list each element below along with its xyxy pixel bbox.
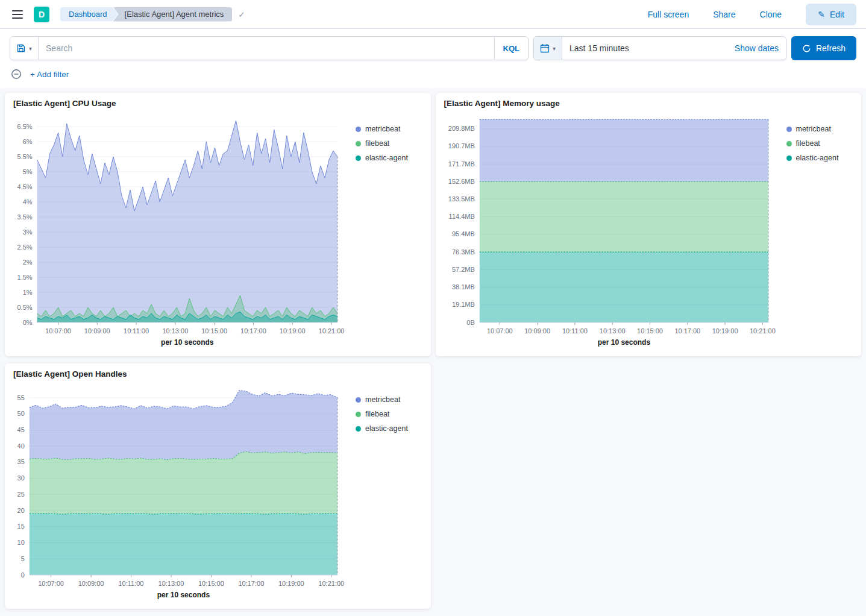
y-tick-label: 6.5%	[17, 123, 33, 130]
x-tick-label: 10:19:00	[278, 580, 304, 587]
x-tick-label: 10:13:00	[158, 580, 184, 587]
y-tick-label: 5	[21, 555, 25, 562]
y-tick-label: 133.5MB	[448, 195, 474, 203]
legend-item-elastic-agent[interactable]: elastic-agent	[356, 424, 416, 433]
legend-dot	[786, 127, 792, 132]
x-tick-label: 10:21:00	[750, 327, 776, 335]
panel-open-handles: [Elastic Agent] Open Handles 05101520253…	[5, 363, 431, 609]
x-axis-title: per 10 seconds	[597, 338, 650, 347]
y-tick-label: 55	[17, 394, 25, 401]
x-tick-label: 10:15:00	[201, 327, 227, 335]
x-tick-label: 10:09:00	[84, 327, 110, 335]
x-tick-label: 10:21:00	[318, 580, 344, 587]
legend-label: metricbeat	[365, 125, 400, 133]
search-input[interactable]	[39, 37, 494, 60]
x-tick-label: 10:19:00	[280, 327, 306, 335]
x-tick-label: 10:13:00	[162, 327, 188, 335]
filter-options-button[interactable]	[10, 68, 23, 81]
full-screen-link[interactable]: Full screen	[648, 10, 689, 19]
legend-item-metricbeat[interactable]: metricbeat	[356, 395, 416, 404]
refresh-button-label: Refresh	[816, 43, 846, 53]
chart-legend: metricbeatfilebeatelastic-agent	[780, 125, 847, 350]
legend-dot	[356, 127, 361, 132]
filter-options-icon	[11, 69, 22, 80]
panel-memory-usage: [Elastic Agent] Memory usage 0B19.1MB38.…	[436, 93, 862, 356]
x-tick-label: 10:13:00	[599, 327, 625, 335]
filebeat-area	[479, 181, 768, 252]
chart-wrap: 051015202530354045505510:07:0010:09:0010…	[13, 381, 422, 603]
edit-button[interactable]: ✎ Edit	[806, 4, 856, 25]
legend-item-metricbeat[interactable]: metricbeat	[356, 125, 416, 133]
y-tick-label: 0B	[466, 319, 474, 326]
pencil-icon: ✎	[818, 10, 825, 19]
date-quick-select-button[interactable]: ▾	[534, 37, 562, 60]
y-tick-label: 38.1MB	[451, 283, 474, 291]
chevron-down-icon: ▾	[553, 45, 556, 52]
metricbeat-area	[30, 391, 337, 460]
chart-legend: metricbeatfilebeatelastic-agent	[350, 395, 416, 603]
y-tick-label: 35	[17, 458, 25, 465]
breadcrumb-current-page[interactable]: [Elastic Agent] Agent metrics	[113, 7, 233, 22]
legend-label: filebeat	[796, 139, 820, 148]
share-link[interactable]: Share	[713, 10, 735, 19]
chart-legend: metricbeatfilebeatelastic-agent	[350, 125, 416, 350]
kql-language-button[interactable]: KQL	[494, 37, 528, 60]
breadcrumb: Dashboard [Elastic Agent] Agent metrics …	[60, 7, 245, 22]
x-tick-label: 10:15:00	[637, 327, 663, 335]
legend-dot	[356, 156, 361, 161]
panel-title: [Elastic Agent] Open Handles	[13, 369, 422, 379]
y-tick-label: 57.2MB	[451, 266, 474, 273]
y-tick-label: 190.7MB	[448, 142, 474, 149]
refresh-button[interactable]: Refresh	[791, 36, 856, 60]
space-avatar[interactable]: D	[34, 7, 49, 22]
y-tick-label: 95.4MB	[451, 230, 474, 237]
x-tick-label: 10:11:00	[124, 327, 149, 335]
y-tick-label: 3%	[23, 228, 33, 236]
legend-item-elastic-agent[interactable]: elastic-agent	[786, 154, 847, 162]
time-range-value[interactable]: Last 15 minutes	[562, 37, 735, 60]
x-tick-label: 10:17:00	[674, 327, 700, 335]
y-tick-label: 4.5%	[17, 183, 33, 190]
legend-label: filebeat	[365, 410, 389, 418]
x-tick-label: 10:21:00	[319, 327, 345, 335]
refresh-icon	[802, 44, 811, 53]
elastic-agent-area	[30, 514, 337, 575]
date-picker-group: ▾ Last 15 minutes Show dates	[533, 36, 786, 60]
open-handles-chart[interactable]: 051015202530354045505510:07:0010:09:0010…	[13, 381, 350, 603]
x-axis-title: per 10 seconds	[157, 591, 210, 599]
y-tick-label: 171.7MB	[448, 160, 474, 168]
panel-title: [Elastic Agent] CPU Usage	[13, 99, 422, 108]
panel-cpu-usage: [Elastic Agent] CPU Usage 0%0.5%1%1.5%2%…	[5, 93, 431, 356]
legend-label: metricbeat	[796, 125, 831, 133]
add-filter-link[interactable]: + Add filter	[30, 70, 69, 79]
y-tick-label: 6%	[23, 138, 33, 145]
y-tick-label: 76.3MB	[451, 248, 474, 256]
legend-item-filebeat[interactable]: filebeat	[356, 410, 416, 418]
x-tick-label: 10:07:00	[45, 327, 71, 335]
menu-hamburger-icon[interactable]	[10, 8, 25, 21]
show-dates-link[interactable]: Show dates	[735, 37, 786, 60]
y-tick-label: 50	[17, 410, 25, 417]
legend-item-filebeat[interactable]: filebeat	[356, 139, 416, 148]
breadcrumb-dashboard[interactable]: Dashboard	[60, 7, 118, 22]
y-tick-label: 1.5%	[17, 274, 33, 281]
y-tick-label: 3.5%	[17, 213, 33, 221]
x-tick-label: 10:09:00	[524, 327, 550, 335]
x-tick-label: 10:11:00	[562, 327, 587, 335]
memory-usage-chart[interactable]: 0B19.1MB38.1MB57.2MB76.3MB95.4MB114.4MB1…	[444, 110, 780, 350]
clone-link[interactable]: Clone	[760, 10, 782, 19]
y-tick-label: 0.5%	[17, 304, 33, 311]
chart-wrap: 0B19.1MB38.1MB57.2MB76.3MB95.4MB114.4MB1…	[444, 110, 853, 350]
legend-item-filebeat[interactable]: filebeat	[786, 139, 847, 148]
y-tick-label: 114.4MB	[448, 213, 474, 220]
y-tick-label: 40	[17, 442, 25, 450]
cpu-usage-chart[interactable]: 0%0.5%1%1.5%2%2.5%3%3.5%4%4.5%5%5.5%6%6.…	[13, 110, 350, 350]
x-tick-label: 10:17:00	[240, 327, 266, 335]
saved-query-menu-button[interactable]: ▾	[10, 37, 39, 60]
x-tick-label: 10:09:00	[78, 580, 104, 587]
y-tick-label: 209.8MB	[448, 125, 474, 132]
y-tick-label: 30	[17, 474, 25, 482]
legend-item-metricbeat[interactable]: metricbeat	[786, 125, 847, 133]
legend-item-elastic-agent[interactable]: elastic-agent	[356, 154, 416, 162]
dashboard-grid: [Elastic Agent] CPU Usage 0%0.5%1%1.5%2%…	[0, 88, 866, 616]
